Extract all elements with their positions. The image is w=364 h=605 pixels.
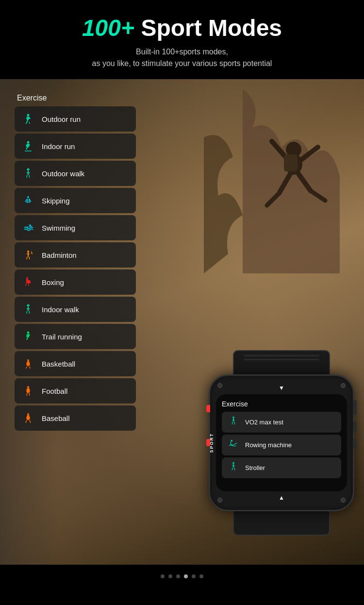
nav-dot-5[interactable]: [192, 574, 196, 578]
svg-line-31: [27, 311, 27, 314]
exercise-icon-outdoor-walk: [20, 166, 36, 181]
exercise-item-trail-running[interactable]: Trail running: [15, 324, 136, 349]
nav-dot-1[interactable]: [161, 574, 165, 578]
svg-line-15: [27, 175, 27, 178]
exercise-label-skipping: Skipping: [42, 197, 70, 205]
exercise-item-outdoor-walk[interactable]: Outdoor walk: [15, 161, 136, 186]
svg-point-10: [27, 141, 30, 144]
svg-line-53: [234, 468, 235, 471]
screw-bl: [217, 498, 222, 503]
exercise-icon-trail-running: [20, 329, 36, 344]
exercise-icon-outdoor-run: [20, 111, 36, 127]
svg-point-9: [27, 114, 30, 117]
watch-screen: Exercise VO2 max test Rowing machine: [216, 394, 347, 491]
exercise-item-outdoor-run[interactable]: Outdoor run: [15, 106, 136, 132]
svg-point-34: [27, 359, 29, 361]
exercise-label-trail-running: Trail running: [42, 333, 82, 341]
svg-line-47: [234, 422, 235, 425]
exercise-item-swimming[interactable]: Swimming: [15, 215, 136, 240]
svg-point-25: [26, 277, 28, 279]
watch-menu: VO2 max test Rowing machine Stroller: [222, 412, 341, 478]
screw-tl: [217, 383, 222, 388]
exercise-icon-indoor-walk: [20, 302, 36, 317]
exercise-label-swimming: Swimming: [42, 224, 75, 232]
header-subtitle: Built-in 100+sports modes, as you like, …: [10, 46, 354, 69]
header-section: 100+ Sport Modes Built-in 100+sports mod…: [0, 0, 364, 79]
exercise-item-baseball[interactable]: Baseball: [15, 405, 136, 431]
main-content: Exercise Outdoor run Indoor run: [0, 79, 364, 565]
svg-point-22: [27, 251, 29, 252]
exercise-item-skipping[interactable]: Skipping: [15, 188, 136, 213]
nav-dot-4[interactable]: [184, 574, 188, 578]
exercise-label-indoor-walk: Indoor walk: [42, 305, 79, 314]
nav-dot-6[interactable]: [199, 574, 203, 578]
svg-line-21: [27, 226, 28, 228]
svg-line-35: [26, 367, 27, 369]
svg-line-16: [29, 175, 30, 178]
watch-label-stroller: Stroller: [245, 464, 265, 471]
svg-line-27: [28, 283, 29, 286]
sport-label: SPORT: [209, 433, 214, 453]
title-main: Sport Modes: [134, 15, 282, 41]
svg-point-37: [27, 386, 29, 388]
svg-line-26: [26, 283, 26, 286]
svg-point-43: [232, 417, 234, 419]
watch-button-bot-right[interactable]: [353, 439, 357, 449]
svg-line-42: [30, 420, 31, 423]
exercise-item-indoor-walk[interactable]: Indoor walk: [15, 297, 136, 322]
svg-point-12: [27, 168, 30, 171]
exercise-item-indoor-run[interactable]: Indoor run: [15, 134, 136, 159]
exercise-label-badminton: Badminton: [42, 251, 77, 259]
nav-dot-3[interactable]: [176, 574, 180, 578]
exercise-list: Outdoor run Indoor run Outdoor walk: [15, 106, 136, 431]
svg-rect-8: [284, 154, 298, 171]
watch-menu-item-vo2[interactable]: VO2 max test: [222, 412, 341, 433]
exercise-label-baseball: Baseball: [42, 414, 70, 422]
watch-body: SPORT ▼ Exercise VO2 max test Ro: [209, 374, 354, 511]
svg-line-39: [29, 393, 30, 396]
svg-point-48: [231, 440, 233, 442]
page-title: 100+ Sport Modes: [10, 15, 354, 41]
svg-point-28: [27, 304, 30, 307]
watch-menu-item-stroller[interactable]: Stroller: [222, 457, 341, 478]
svg-line-38: [27, 393, 27, 396]
screw-br: [341, 498, 346, 503]
screw-tr: [341, 383, 346, 388]
watch-button-top-right[interactable]: [353, 400, 357, 415]
watch-bottom-indicator: ▲: [216, 494, 347, 501]
svg-point-17: [27, 196, 29, 198]
exercise-label-basketball: Basketball: [42, 360, 75, 368]
watch-button-top-left[interactable]: [206, 405, 210, 412]
svg-line-41: [26, 420, 27, 423]
exercise-icon-football: [20, 383, 36, 399]
exercise-panel: Exercise Outdoor run Indoor run: [15, 94, 136, 433]
svg-line-46: [232, 422, 232, 425]
watch-icon-stroller: [227, 461, 240, 474]
exercise-label-outdoor-run: Outdoor run: [42, 115, 81, 123]
watch-label-rowing: Rowing machine: [245, 441, 292, 449]
nav-dot-2[interactable]: [168, 574, 172, 578]
exercise-icon-boxing: [20, 274, 36, 290]
exercise-section-label: Exercise: [15, 94, 136, 102]
watch-menu-item-rowing[interactable]: Rowing machine: [222, 435, 341, 455]
exercise-label-boxing: Boxing: [42, 278, 64, 286]
watch-exercise-label: Exercise: [222, 400, 341, 408]
exercise-item-basketball[interactable]: Basketball: [15, 351, 136, 376]
exercise-item-football[interactable]: Football: [15, 378, 136, 403]
exercise-icon-indoor-run: [20, 138, 36, 154]
exercise-icon-skipping: [20, 193, 36, 208]
exercise-icon-basketball: [20, 356, 36, 371]
watch-button-mid-right[interactable]: [353, 422, 357, 432]
svg-point-33: [27, 332, 30, 334]
exercise-item-boxing[interactable]: Boxing: [15, 269, 136, 295]
exercise-icon-baseball: [20, 410, 36, 426]
exercise-label-indoor-run: Indoor run: [42, 142, 75, 151]
svg-line-32: [29, 311, 30, 314]
exercise-icon-badminton: [20, 247, 36, 263]
exercise-item-badminton[interactable]: Badminton: [15, 242, 136, 268]
exercise-label-outdoor-walk: Outdoor walk: [42, 169, 84, 178]
watch-top-indicator: ▼: [216, 385, 347, 391]
exercise-label-football: Football: [42, 387, 67, 395]
watch-icon-rowing: [227, 438, 240, 452]
nav-dots: [0, 565, 364, 586]
